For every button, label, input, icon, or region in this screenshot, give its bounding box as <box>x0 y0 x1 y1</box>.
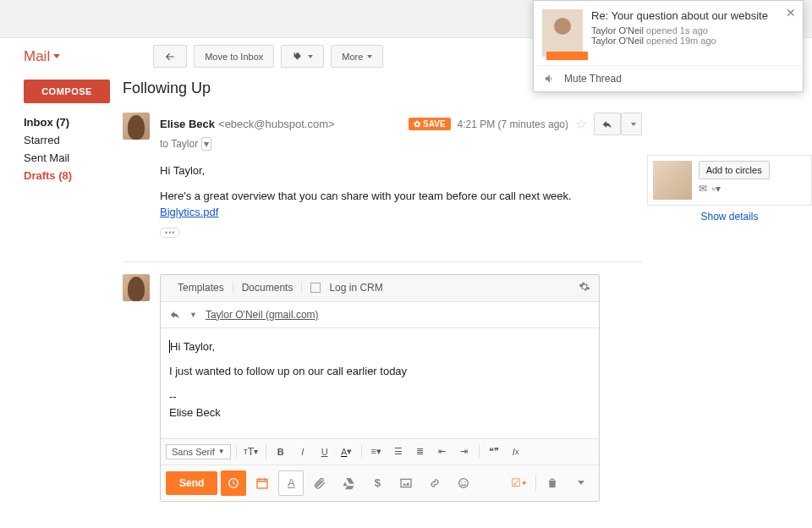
compose-settings-button[interactable] <box>579 281 590 295</box>
format-toolbar: Sans Serif ▼ тT▾ B I U A▾ ≡▾ ☰ ≣ ⇤ ⇥ <box>161 438 599 465</box>
tab-login-crm[interactable]: Log in CRM <box>302 282 391 294</box>
trash-icon <box>546 476 559 490</box>
font-select[interactable]: Sans Serif ▼ <box>166 444 231 459</box>
reply-more-button[interactable] <box>621 113 642 135</box>
more-button[interactable]: More <box>331 45 383 68</box>
popover-event-2: Taylor O'Neil opened 19m ago <box>591 36 794 46</box>
email-icon[interactable]: ✉ <box>699 183 707 195</box>
drive-button[interactable] <box>336 470 361 496</box>
more-label: More <box>342 52 363 62</box>
compose-to-row: ▼ Taylor O'Neil (gmail.com) <box>161 302 599 328</box>
mute-thread-button[interactable]: Mute Thread <box>564 73 622 85</box>
main-layout: COMPOSE Inbox (7) Starred Sent Mail Draf… <box>0 74 812 502</box>
popover-title: Re: Your question about our website <box>591 9 794 22</box>
mail-dropdown[interactable]: Mail <box>24 48 60 65</box>
svg-rect-1 <box>257 479 267 488</box>
svg-point-5 <box>465 481 466 482</box>
tab-documents[interactable]: Documents <box>233 282 303 294</box>
calendar-button[interactable] <box>250 470 275 496</box>
close-button[interactable]: ✕ <box>786 6 796 19</box>
underline-button[interactable]: U <box>315 443 334 461</box>
link-button[interactable] <box>422 470 447 496</box>
tracking-notification: Re: Your question about our website Tayl… <box>533 0 804 92</box>
caret-down-icon <box>53 54 60 58</box>
calendar-icon <box>255 476 269 490</box>
reply-button[interactable] <box>594 113 621 135</box>
bold-button[interactable]: B <box>272 443 290 461</box>
svg-point-4 <box>462 481 463 482</box>
sender-avatar <box>123 113 150 140</box>
nav-sent[interactable]: Sent Mail <box>24 149 123 167</box>
hubspot-save-badge[interactable]: ✿ SAVE <box>409 118 451 130</box>
body-text: Here's a great overview that you can sha… <box>160 188 642 205</box>
align-button[interactable]: ≡▾ <box>367 443 386 461</box>
attach-button[interactable] <box>307 470 332 496</box>
caret-down-icon <box>578 481 584 485</box>
paperclip-icon <box>313 476 326 490</box>
arrow-left-icon <box>164 51 176 63</box>
popover-event-1: Taylor O'Neil opened 1s ago <box>591 25 794 36</box>
send-button[interactable]: Send <box>166 471 217 495</box>
caret-down-icon <box>367 55 372 58</box>
schedule-button[interactable] <box>221 470 246 496</box>
svg-point-3 <box>459 478 469 487</box>
details-toggle[interactable]: ▾ <box>201 137 211 151</box>
compose-tabs: Templates Documents Log in CRM <box>161 275 599 302</box>
popover-avatar <box>542 9 583 57</box>
message-body: Hi Taylor, Here's a great overview that … <box>160 162 642 221</box>
labels-button[interactable] <box>281 45 324 68</box>
photo-button[interactable] <box>393 470 419 496</box>
indent-less-button[interactable]: ⇤ <box>433 443 452 461</box>
emoji-button[interactable] <box>451 470 476 496</box>
link-icon <box>428 476 442 490</box>
right-panel: Add to circles ✉ ▫▾ Show details <box>647 74 812 502</box>
font-size-button[interactable]: тT▾ <box>242 443 261 461</box>
recipient-chip[interactable]: Taylor O'Neil (gmail.com) <box>206 309 319 321</box>
signature-name: Elise Beck <box>169 404 590 421</box>
send-toolbar: Send A $ <box>161 465 599 501</box>
nav-drafts[interactable]: Drafts (8) <box>24 167 123 184</box>
popover-footer: Mute Thread <box>534 65 803 91</box>
details-dropdown[interactable]: ▫▾ <box>712 183 721 195</box>
checkbox-icon <box>310 283 321 293</box>
sender-name: Elise Beck <box>160 118 215 130</box>
to-line: to Taylor <box>160 138 198 150</box>
reply-icon <box>601 118 613 130</box>
caret-down-icon[interactable]: ▼ <box>189 311 197 319</box>
caret-down-icon <box>631 123 636 126</box>
money-button[interactable]: $ <box>365 470 390 496</box>
bullet-list-button[interactable]: ≣ <box>411 443 430 461</box>
clock-icon <box>227 476 240 490</box>
sidebar: COMPOSE Inbox (7) Starred Sent Mail Draf… <box>0 74 123 502</box>
quote-button[interactable]: ❝❞ <box>485 443 503 461</box>
clear-format-button[interactable]: Ix <box>507 443 525 461</box>
back-button[interactable] <box>153 45 187 68</box>
format-toggle-button[interactable]: A <box>278 470 304 496</box>
expand-quoted-button[interactable]: ••• <box>160 228 180 238</box>
compose-editor[interactable]: Hi Taylor, I just wanted to follow up on… <box>161 328 599 438</box>
numbered-list-button[interactable]: ☰ <box>389 443 408 461</box>
star-button[interactable]: ☆ <box>575 116 587 132</box>
message-toolbar: Move to Inbox More <box>153 45 383 68</box>
reply-icon <box>169 309 181 321</box>
more-options-button[interactable] <box>568 470 594 496</box>
attachment-link[interactable]: Biglytics.pdf <box>160 206 218 218</box>
track-button[interactable]: ☑✦ <box>507 470 532 496</box>
italic-button[interactable]: I <box>294 443 312 461</box>
add-to-circles-button[interactable]: Add to circles <box>699 161 770 179</box>
text-color-button[interactable]: A▾ <box>337 443 356 461</box>
nav-starred[interactable]: Starred <box>24 131 123 149</box>
show-details-link[interactable]: Show details <box>647 211 812 223</box>
sender-email: <ebeck@hubspot.com> <box>218 118 335 130</box>
nav-inbox[interactable]: Inbox (7) <box>24 113 123 131</box>
move-to-inbox-button[interactable]: Move to Inbox <box>194 45 274 68</box>
caret-down-icon <box>308 55 313 58</box>
message-header: Elise Beck <ebeck@hubspot.com> ✿ SAVE 4:… <box>123 113 642 151</box>
contact-avatar <box>653 161 692 200</box>
mute-icon <box>544 73 556 85</box>
tab-templates[interactable]: Templates <box>169 282 233 294</box>
delete-draft-button[interactable] <box>540 470 565 496</box>
indent-more-button[interactable]: ⇥ <box>455 443 474 461</box>
compose-button[interactable]: COMPOSE <box>24 80 110 103</box>
font-label: Sans Serif <box>172 447 215 457</box>
